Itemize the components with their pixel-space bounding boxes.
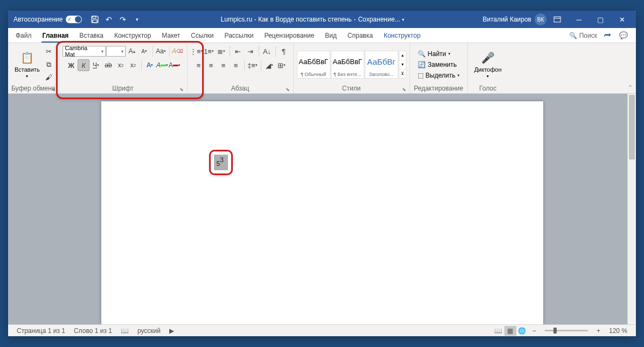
- page-status[interactable]: Страница 1 из 1: [12, 327, 70, 335]
- format-painter-icon[interactable]: 🖌: [43, 72, 55, 84]
- clear-format-icon[interactable]: A⌫: [172, 45, 184, 57]
- multilevel-icon[interactable]: ≣▾: [216, 45, 227, 57]
- qat-dropdown-icon[interactable]: ▾: [131, 14, 142, 25]
- copy-icon[interactable]: ⧉: [43, 59, 55, 71]
- change-case-icon[interactable]: Aa▾: [155, 45, 167, 57]
- dictate-button[interactable]: 🎤 Диктофон ▾: [471, 49, 505, 80]
- line-spacing-icon[interactable]: ‡≡▾: [247, 59, 259, 71]
- subscript-button[interactable]: x2: [115, 59, 127, 71]
- increase-indent-icon[interactable]: ⇥: [245, 45, 257, 57]
- shading-icon[interactable]: ◢▾: [264, 59, 275, 71]
- save-icon[interactable]: [89, 14, 100, 25]
- replace-button[interactable]: 🔄Заменить: [416, 60, 462, 70]
- tab-help[interactable]: Справка: [342, 28, 378, 43]
- macro-icon[interactable]: ▶: [165, 327, 178, 335]
- scrollbar-thumb[interactable]: [629, 95, 635, 159]
- align-right-icon[interactable]: ≡: [218, 59, 230, 71]
- highlight-color-icon[interactable]: A▾: [156, 59, 168, 71]
- font-size-input[interactable]: [106, 46, 126, 57]
- bold-button[interactable]: Ж: [65, 59, 77, 71]
- decrease-indent-icon[interactable]: ⇤: [232, 45, 244, 57]
- decrease-font-icon[interactable]: A▾: [139, 45, 150, 57]
- numbering-icon[interactable]: 1≡▾: [203, 45, 215, 57]
- zoom-out-icon[interactable]: −: [528, 327, 541, 335]
- bullets-icon[interactable]: ⋮≡▾: [191, 45, 203, 57]
- web-layout-icon[interactable]: 🌐: [516, 326, 528, 336]
- read-mode-icon[interactable]: 📖: [493, 326, 504, 336]
- comments-icon[interactable]: 💬: [618, 30, 629, 41]
- align-left-icon[interactable]: ≡: [193, 59, 205, 71]
- tab-file[interactable]: Файл: [10, 28, 37, 43]
- styles-launcher-icon[interactable]: ⬊: [402, 87, 406, 92]
- toggle-switch[interactable]: ✓: [66, 16, 82, 23]
- ribbon-display-icon[interactable]: [546, 11, 568, 28]
- paste-button[interactable]: 📋 Вставить ▾: [11, 49, 43, 80]
- font-name-input[interactable]: Cambria Mat: [63, 46, 106, 57]
- collapse-ribbon-icon[interactable]: ⌃: [628, 84, 633, 91]
- maximize-icon[interactable]: ▢: [590, 11, 611, 28]
- find-button[interactable]: 🔍Найти▾: [416, 49, 462, 59]
- app-window: Автосохранение ✓ ↶ ↷ ▾ Lumpics.ru - Как …: [8, 11, 636, 336]
- style-heading1[interactable]: АаБбВг Заголово...: [365, 51, 398, 79]
- print-layout-icon[interactable]: ▦: [504, 326, 516, 336]
- tab-insert[interactable]: Вставка: [74, 28, 109, 43]
- align-center-icon[interactable]: ≡: [205, 59, 217, 71]
- ribbon-tabs: Файл Главная Вставка Конструктор Макет С…: [8, 28, 636, 43]
- sort-icon[interactable]: A↓: [261, 45, 273, 57]
- search-box[interactable]: 🔍 Поиск: [569, 32, 597, 39]
- user-account[interactable]: Виталий Каиров ВК: [482, 13, 546, 25]
- zoom-in-icon[interactable]: +: [592, 327, 605, 335]
- zoom-level[interactable]: 120 %: [605, 327, 632, 335]
- spellcheck-icon[interactable]: 📖: [116, 327, 133, 335]
- show-marks-icon[interactable]: ¶: [278, 45, 290, 57]
- equation-selection[interactable]: 53: [214, 155, 228, 170]
- borders-icon[interactable]: ⊞▾: [276, 59, 288, 71]
- autosave-toggle[interactable]: Автосохранение ✓: [13, 16, 82, 23]
- group-editing: 🔍Найти▾ 🔄Заменить ⬚Выделить▾ Редактирова…: [410, 43, 468, 93]
- language-status[interactable]: русский: [133, 327, 165, 335]
- increase-font-icon[interactable]: A▴: [126, 45, 138, 57]
- font-launcher-icon[interactable]: ⬊: [179, 87, 184, 92]
- tab-view[interactable]: Вид: [320, 28, 342, 43]
- underline-button[interactable]: Ч▾: [90, 59, 102, 71]
- tab-mailings[interactable]: Рассылки: [219, 28, 259, 43]
- styles-more-icon[interactable]: ⊻: [399, 70, 406, 78]
- style-no-spacing[interactable]: АаБбВвГ ¶ Без инте...: [331, 51, 364, 79]
- vertical-scrollbar[interactable]: [627, 94, 636, 324]
- titlebar: Автосохранение ✓ ↶ ↷ ▾ Lumpics.ru - Как …: [8, 11, 636, 28]
- tab-review[interactable]: Рецензирование: [259, 28, 320, 43]
- group-paragraph: ⋮≡▾ 1≡▾ ≣▾ ⇤ ⇥ A↓ ¶ ≡ ≡ ≡ ≡: [188, 43, 294, 93]
- cut-icon[interactable]: ✂: [43, 46, 55, 58]
- italic-button[interactable]: К: [78, 59, 89, 71]
- justify-icon[interactable]: ≡: [230, 59, 242, 71]
- clipboard-label: Буфер обмена: [11, 85, 56, 92]
- tab-constructor[interactable]: Конструктор: [109, 28, 156, 43]
- document-title: Lumpics.ru - Как в Ворде поставить степе…: [142, 16, 482, 23]
- font-color-icon[interactable]: A▾: [169, 59, 181, 71]
- group-font: Cambria Mat A▴ A▾ Aa▾ A⌫ Ж К Ч▾ ab x2 x2: [59, 43, 188, 93]
- style-normal[interactable]: АаБбВвГ ¶ Обычный: [297, 51, 330, 79]
- redo-icon[interactable]: ↷: [117, 14, 128, 25]
- minimize-icon[interactable]: ─: [568, 11, 590, 28]
- find-icon: 🔍: [418, 50, 426, 58]
- close-icon[interactable]: ✕: [611, 11, 633, 28]
- tab-layout[interactable]: Макет: [156, 28, 185, 43]
- styles-up-icon[interactable]: ▴: [399, 51, 406, 60]
- paragraph-launcher-icon[interactable]: ⬊: [286, 87, 290, 92]
- word-count[interactable]: Слово 1 из 1: [70, 327, 116, 335]
- undo-icon[interactable]: ↶: [103, 14, 114, 25]
- page[interactable]: 53: [101, 101, 543, 324]
- zoom-slider[interactable]: [545, 330, 588, 331]
- styles-down-icon[interactable]: ▾: [399, 60, 406, 70]
- search-icon: 🔍: [569, 32, 577, 39]
- superscript-button[interactable]: x2: [127, 59, 139, 71]
- clipboard-launcher-icon[interactable]: ⬊: [51, 87, 56, 92]
- select-button[interactable]: ⬚Выделить▾: [416, 71, 462, 80]
- tab-references[interactable]: Ссылки: [185, 28, 219, 43]
- styles-scroll: ▴ ▾ ⊻: [399, 51, 406, 79]
- share-icon[interactable]: ⮫: [601, 30, 613, 41]
- tab-equation-constructor[interactable]: Конструктор: [378, 28, 426, 43]
- text-effects-icon[interactable]: A▾: [144, 59, 156, 71]
- tab-home[interactable]: Главная: [37, 28, 74, 43]
- strike-button[interactable]: ab: [102, 59, 114, 71]
